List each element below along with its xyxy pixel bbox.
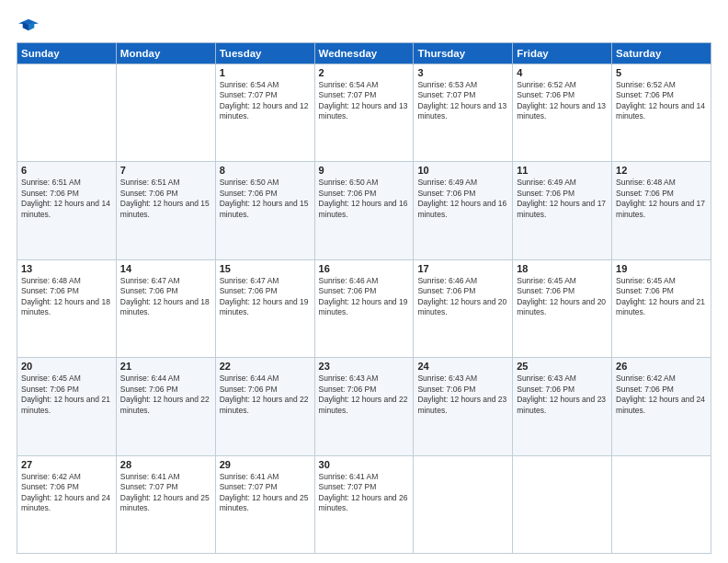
day-number: 7 bbox=[120, 165, 211, 176]
logo-bird-icon bbox=[18, 17, 39, 33]
calendar-header-tuesday: Tuesday bbox=[215, 43, 314, 64]
calendar-cell: 3Sunrise: 6:53 AM Sunset: 7:07 PM Daylig… bbox=[414, 64, 513, 162]
day-info: Sunrise: 6:42 AM Sunset: 7:06 PM Dayligh… bbox=[616, 373, 707, 416]
calendar-cell: 21Sunrise: 6:44 AM Sunset: 7:06 PM Dayli… bbox=[116, 358, 215, 455]
day-info: Sunrise: 6:47 AM Sunset: 7:06 PM Dayligh… bbox=[120, 276, 211, 318]
calendar-week-1: 1Sunrise: 6:54 AM Sunset: 7:07 PM Daylig… bbox=[17, 64, 711, 162]
calendar-week-5: 27Sunrise: 6:42 AM Sunset: 7:06 PM Dayli… bbox=[17, 455, 711, 553]
day-number: 29 bbox=[220, 459, 311, 470]
day-info: Sunrise: 6:44 AM Sunset: 7:06 PM Dayligh… bbox=[120, 373, 211, 416]
calendar-cell: 22Sunrise: 6:44 AM Sunset: 7:06 PM Dayli… bbox=[215, 358, 314, 455]
calendar-header-sunday: Sunday bbox=[17, 43, 117, 64]
day-info: Sunrise: 6:41 AM Sunset: 7:07 PM Dayligh… bbox=[120, 472, 211, 514]
day-info: Sunrise: 6:46 AM Sunset: 7:06 PM Dayligh… bbox=[319, 276, 410, 318]
day-info: Sunrise: 6:52 AM Sunset: 7:06 PM Dayligh… bbox=[517, 80, 608, 122]
calendar-cell bbox=[513, 455, 612, 553]
calendar-cell: 16Sunrise: 6:46 AM Sunset: 7:06 PM Dayli… bbox=[314, 259, 414, 357]
calendar-cell: 20Sunrise: 6:45 AM Sunset: 7:06 PM Dayli… bbox=[17, 358, 117, 455]
calendar-cell bbox=[17, 64, 117, 162]
day-info: Sunrise: 6:52 AM Sunset: 7:06 PM Dayligh… bbox=[616, 80, 707, 122]
calendar-cell: 17Sunrise: 6:46 AM Sunset: 7:06 PM Dayli… bbox=[414, 259, 513, 357]
day-number: 27 bbox=[21, 459, 112, 470]
day-info: Sunrise: 6:43 AM Sunset: 7:06 PM Dayligh… bbox=[417, 373, 508, 416]
calendar-week-4: 20Sunrise: 6:45 AM Sunset: 7:06 PM Dayli… bbox=[17, 358, 711, 455]
calendar-cell: 11Sunrise: 6:49 AM Sunset: 7:06 PM Dayli… bbox=[513, 162, 612, 259]
calendar-cell: 15Sunrise: 6:47 AM Sunset: 7:06 PM Dayli… bbox=[215, 259, 314, 357]
day-info: Sunrise: 6:51 AM Sunset: 7:06 PM Dayligh… bbox=[21, 178, 112, 220]
calendar-cell: 26Sunrise: 6:42 AM Sunset: 7:06 PM Dayli… bbox=[612, 358, 711, 455]
day-info: Sunrise: 6:47 AM Sunset: 7:06 PM Dayligh… bbox=[220, 276, 311, 318]
calendar-cell: 12Sunrise: 6:48 AM Sunset: 7:06 PM Dayli… bbox=[612, 162, 711, 259]
day-number: 25 bbox=[517, 361, 608, 372]
page: SundayMondayTuesdayWednesdayThursdayFrid… bbox=[0, 0, 728, 563]
day-number: 24 bbox=[417, 361, 508, 372]
calendar-cell: 27Sunrise: 6:42 AM Sunset: 7:06 PM Dayli… bbox=[17, 455, 117, 553]
day-number: 23 bbox=[319, 361, 410, 372]
day-info: Sunrise: 6:51 AM Sunset: 7:06 PM Dayligh… bbox=[120, 178, 211, 220]
calendar-cell: 6Sunrise: 6:51 AM Sunset: 7:06 PM Daylig… bbox=[17, 162, 117, 259]
day-number: 26 bbox=[616, 361, 707, 372]
day-info: Sunrise: 6:42 AM Sunset: 7:06 PM Dayligh… bbox=[21, 472, 112, 514]
calendar-cell: 5Sunrise: 6:52 AM Sunset: 7:06 PM Daylig… bbox=[612, 64, 711, 162]
day-number: 20 bbox=[21, 361, 112, 372]
calendar-week-2: 6Sunrise: 6:51 AM Sunset: 7:06 PM Daylig… bbox=[17, 162, 711, 259]
calendar-cell: 13Sunrise: 6:48 AM Sunset: 7:06 PM Dayli… bbox=[17, 259, 117, 357]
day-number: 3 bbox=[417, 67, 508, 78]
calendar-header-saturday: Saturday bbox=[612, 43, 711, 64]
day-number: 18 bbox=[517, 263, 608, 274]
header bbox=[17, 17, 711, 33]
day-info: Sunrise: 6:50 AM Sunset: 7:06 PM Dayligh… bbox=[319, 178, 410, 220]
day-info: Sunrise: 6:41 AM Sunset: 7:07 PM Dayligh… bbox=[319, 472, 410, 514]
day-info: Sunrise: 6:45 AM Sunset: 7:06 PM Dayligh… bbox=[21, 373, 112, 416]
day-info: Sunrise: 6:43 AM Sunset: 7:06 PM Dayligh… bbox=[319, 373, 410, 416]
day-number: 11 bbox=[517, 165, 608, 176]
day-info: Sunrise: 6:48 AM Sunset: 7:06 PM Dayligh… bbox=[21, 276, 112, 318]
calendar-header-friday: Friday bbox=[513, 43, 612, 64]
calendar-cell: 24Sunrise: 6:43 AM Sunset: 7:06 PM Dayli… bbox=[414, 358, 513, 455]
day-number: 22 bbox=[220, 361, 311, 372]
calendar-cell: 10Sunrise: 6:49 AM Sunset: 7:06 PM Dayli… bbox=[414, 162, 513, 259]
day-info: Sunrise: 6:50 AM Sunset: 7:06 PM Dayligh… bbox=[220, 178, 311, 220]
day-number: 14 bbox=[120, 263, 211, 274]
day-number: 28 bbox=[120, 459, 211, 470]
day-info: Sunrise: 6:41 AM Sunset: 7:07 PM Dayligh… bbox=[220, 472, 311, 514]
calendar-table: SundayMondayTuesdayWednesdayThursdayFrid… bbox=[17, 42, 711, 554]
day-number: 17 bbox=[417, 263, 508, 274]
calendar-cell: 7Sunrise: 6:51 AM Sunset: 7:06 PM Daylig… bbox=[116, 162, 215, 259]
day-info: Sunrise: 6:44 AM Sunset: 7:06 PM Dayligh… bbox=[220, 373, 311, 416]
calendar-cell bbox=[612, 455, 711, 553]
calendar-cell bbox=[414, 455, 513, 553]
calendar-cell: 29Sunrise: 6:41 AM Sunset: 7:07 PM Dayli… bbox=[215, 455, 314, 553]
day-info: Sunrise: 6:54 AM Sunset: 7:07 PM Dayligh… bbox=[319, 80, 410, 122]
calendar-header-wednesday: Wednesday bbox=[314, 43, 414, 64]
day-info: Sunrise: 6:53 AM Sunset: 7:07 PM Dayligh… bbox=[417, 80, 508, 122]
calendar-cell: 9Sunrise: 6:50 AM Sunset: 7:06 PM Daylig… bbox=[314, 162, 414, 259]
day-info: Sunrise: 6:54 AM Sunset: 7:07 PM Dayligh… bbox=[220, 80, 311, 122]
calendar-cell: 19Sunrise: 6:45 AM Sunset: 7:06 PM Dayli… bbox=[612, 259, 711, 357]
day-info: Sunrise: 6:43 AM Sunset: 7:06 PM Dayligh… bbox=[517, 373, 608, 416]
day-number: 5 bbox=[616, 67, 707, 78]
day-number: 13 bbox=[21, 263, 112, 274]
calendar-cell: 25Sunrise: 6:43 AM Sunset: 7:06 PM Dayli… bbox=[513, 358, 612, 455]
day-number: 4 bbox=[517, 67, 608, 78]
calendar-cell: 1Sunrise: 6:54 AM Sunset: 7:07 PM Daylig… bbox=[215, 64, 314, 162]
calendar-cell: 14Sunrise: 6:47 AM Sunset: 7:06 PM Dayli… bbox=[116, 259, 215, 357]
calendar-header-row: SundayMondayTuesdayWednesdayThursdayFrid… bbox=[17, 43, 711, 64]
day-number: 16 bbox=[319, 263, 410, 274]
calendar-cell: 4Sunrise: 6:52 AM Sunset: 7:06 PM Daylig… bbox=[513, 64, 612, 162]
logo bbox=[17, 17, 40, 33]
day-number: 2 bbox=[319, 67, 410, 78]
day-info: Sunrise: 6:49 AM Sunset: 7:06 PM Dayligh… bbox=[417, 178, 508, 220]
day-number: 8 bbox=[220, 165, 311, 176]
day-number: 1 bbox=[220, 67, 311, 78]
calendar-cell: 28Sunrise: 6:41 AM Sunset: 7:07 PM Dayli… bbox=[116, 455, 215, 553]
calendar-cell: 8Sunrise: 6:50 AM Sunset: 7:06 PM Daylig… bbox=[215, 162, 314, 259]
day-info: Sunrise: 6:45 AM Sunset: 7:06 PM Dayligh… bbox=[616, 276, 707, 318]
day-number: 21 bbox=[120, 361, 211, 372]
day-number: 9 bbox=[319, 165, 410, 176]
day-number: 19 bbox=[616, 263, 707, 274]
day-info: Sunrise: 6:45 AM Sunset: 7:06 PM Dayligh… bbox=[517, 276, 608, 318]
day-info: Sunrise: 6:48 AM Sunset: 7:06 PM Dayligh… bbox=[616, 178, 707, 220]
day-info: Sunrise: 6:46 AM Sunset: 7:06 PM Dayligh… bbox=[417, 276, 508, 318]
calendar-week-3: 13Sunrise: 6:48 AM Sunset: 7:06 PM Dayli… bbox=[17, 259, 711, 357]
